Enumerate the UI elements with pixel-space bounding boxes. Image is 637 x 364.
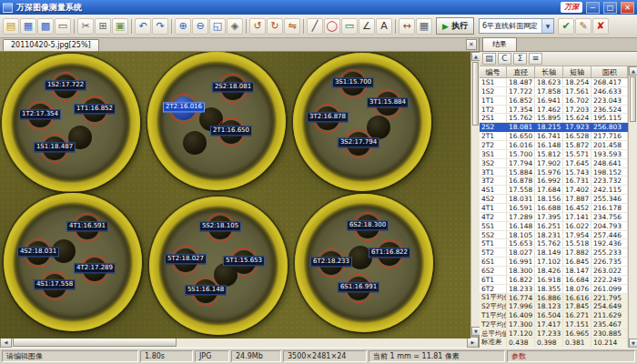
- rect-tool-icon[interactable]: ▭: [341, 18, 358, 35]
- confirm-icon[interactable]: ✔: [558, 18, 574, 35]
- measure-label: 2T1:16.650: [210, 126, 252, 136]
- tab-close-icon[interactable]: ✕: [466, 39, 477, 50]
- table-row[interactable]: 1S118.48718.62318.254268.417: [480, 78, 628, 87]
- table-row[interactable]: 2T216.01616.14815.872201.458: [480, 141, 628, 150]
- table-row[interactable]: 1T217.35417.46217.203236.524: [480, 106, 628, 115]
- rotate-left-icon[interactable]: ↺: [249, 18, 266, 35]
- results-tab[interactable]: 结果: [482, 37, 517, 51]
- angle-tool-icon[interactable]: ∠: [359, 18, 375, 35]
- copy-results-icon[interactable]: C: [498, 53, 511, 65]
- table-row[interactable]: 5T115.65315.76215.518192.436: [480, 239, 628, 248]
- open-image-icon[interactable]: ▤: [3, 18, 19, 35]
- save-icon[interactable]: ▦: [20, 18, 36, 35]
- redo-icon[interactable]: ↷: [152, 18, 168, 35]
- list-icon[interactable]: ≡: [529, 53, 542, 65]
- scroll-thumb[interactable]: [13, 338, 177, 347]
- value-cell: 17.722: [507, 87, 535, 96]
- cut-icon[interactable]: ✂: [77, 18, 94, 35]
- print-icon[interactable]: ▭: [55, 18, 71, 35]
- minimize-button[interactable]: ─: [586, 2, 600, 14]
- table-row[interactable]: 1S217.72217.85817.561246.633: [480, 87, 628, 96]
- scroll-track[interactable]: [629, 123, 637, 339]
- scroll-track[interactable]: [471, 126, 480, 327]
- table-row[interactable]: 6T218.23318.35518.076261.099: [480, 285, 628, 294]
- edit-icon[interactable]: ✎: [575, 18, 592, 35]
- table-row[interactable]: 6T116.82216.91816.684222.249: [480, 276, 628, 285]
- column-header[interactable]: 面积: [592, 66, 628, 78]
- value-cell: 16.684: [563, 276, 592, 285]
- table-row[interactable]: 4S218.03118.15617.887255.346: [480, 195, 628, 204]
- scroll-thumb[interactable]: [472, 62, 479, 126]
- table-row[interactable]: 3T216.87816.99216.731223.732: [480, 177, 628, 186]
- table-row[interactable]: 4T116.59116.68816.452216.178: [480, 204, 628, 213]
- document-tab[interactable]: 20110420-5.jpg[25%]: [3, 39, 99, 51]
- table-row[interactable]: 2S218.08118.21517.923256.803: [480, 123, 628, 132]
- table-row[interactable]: S1平均值16.77416.88616.616221.795: [480, 294, 628, 303]
- table-row[interactable]: 5T218.02718.14917.882255.233: [480, 248, 628, 258]
- execute-button[interactable]: ▶ 执行: [436, 17, 474, 35]
- row-id-cell: 6T1: [480, 276, 507, 285]
- table-row[interactable]: 标准差0.4380.3980.38110.214: [480, 339, 628, 348]
- print-results-icon[interactable]: ▤: [482, 53, 496, 65]
- column-header[interactable]: 长轴: [535, 66, 563, 78]
- canvas-vertical-scrollbar[interactable]: ▲ ▼: [470, 52, 480, 336]
- params-segment[interactable]: 参数: [507, 350, 635, 362]
- value-cell: 16.731: [563, 177, 592, 186]
- calibrate-icon[interactable]: ↔: [399, 18, 415, 35]
- undo-icon[interactable]: ↶: [135, 18, 151, 35]
- measure-mode-select[interactable]: 6平直线斜面网定 ▼: [479, 18, 554, 34]
- pan-icon[interactable]: ◈: [227, 18, 243, 35]
- save-as-icon[interactable]: ▩: [37, 18, 54, 35]
- grid-icon[interactable]: ▦: [416, 18, 432, 35]
- table-row[interactable]: 4S117.55817.68417.402242.115: [480, 186, 628, 195]
- zoom-in-icon[interactable]: ⊕: [175, 18, 191, 35]
- line-tool-icon[interactable]: ╱: [307, 18, 323, 35]
- table-row[interactable]: 3T115.88415.97615.743198.152: [480, 168, 628, 177]
- toolbar-separator: [74, 19, 75, 34]
- delete-icon[interactable]: ✘: [592, 18, 609, 35]
- value-cell: 255.233: [592, 248, 628, 258]
- image-canvas[interactable]: 1S2:17.7221T2:17.3541T1:16.8521S1:18.487…: [0, 52, 470, 339]
- table-row[interactable]: 5S116.14816.25116.022204.793: [480, 222, 628, 231]
- zoom-fit-icon[interactable]: ◱: [209, 18, 226, 35]
- column-header[interactable]: 短轴: [563, 66, 592, 78]
- chevron-down-icon[interactable]: ▼: [541, 19, 553, 33]
- table-row[interactable]: T1平均值16.40916.50416.271211.629: [480, 311, 628, 320]
- table-row[interactable]: 总平均值17.12017.23316.965230.885: [480, 329, 628, 339]
- column-header[interactable]: 编号: [480, 66, 507, 78]
- table-row[interactable]: 6S218.30018.42618.147263.022: [480, 267, 628, 276]
- table-row[interactable]: 2T116.65016.74116.528217.716: [480, 132, 628, 141]
- value-cell: 17.558: [507, 186, 535, 195]
- row-id-cell: 4T2: [480, 213, 507, 222]
- table-row[interactable]: 3S217.79417.90217.645248.641: [480, 159, 628, 168]
- flip-icon[interactable]: ⇋: [284, 18, 300, 35]
- scroll-down-icon[interactable]: ▼: [629, 339, 637, 348]
- table-row[interactable]: 5S218.10518.23117.954257.446: [480, 231, 628, 240]
- row-id-cell: 4S1: [480, 186, 507, 195]
- table-row[interactable]: 2S115.76215.89515.624195.115: [480, 114, 628, 123]
- value-cell: 17.395: [535, 213, 563, 222]
- toolbar-separator: [246, 19, 247, 34]
- maximize-button[interactable]: □: [603, 2, 617, 14]
- zoom-out-icon[interactable]: ⊖: [192, 18, 208, 35]
- row-id-cell: 1T1: [480, 96, 507, 106]
- table-row[interactable]: S2平均值17.99618.12317.845254.649: [480, 302, 628, 311]
- text-tool-icon[interactable]: A: [376, 18, 392, 35]
- table-vertical-scrollbar[interactable]: ▲ ▼: [628, 66, 637, 348]
- table-row[interactable]: 3S115.70015.81215.571193.593: [480, 150, 628, 159]
- scroll-up-icon[interactable]: ▲: [629, 66, 637, 76]
- copy-icon[interactable]: ⊞: [95, 18, 111, 35]
- table-row[interactable]: 6S116.99117.10216.845226.735: [480, 258, 628, 267]
- table-row[interactable]: T2平均值17.30017.41717.151235.467: [480, 320, 628, 329]
- paste-icon[interactable]: ▣: [112, 18, 128, 35]
- circle-tool-icon[interactable]: ◯: [324, 18, 340, 35]
- column-header[interactable]: 直径: [507, 66, 535, 78]
- table-row[interactable]: 4T217.28917.39517.141234.756: [480, 213, 628, 222]
- row-id-cell: 2T2: [480, 141, 507, 150]
- sum-icon[interactable]: Σ: [513, 53, 527, 65]
- rotate-right-icon[interactable]: ↻: [267, 18, 283, 35]
- close-button[interactable]: ✕: [621, 2, 634, 14]
- table-row[interactable]: 1T116.85216.94116.702223.043: [480, 96, 628, 106]
- app-window: 万深图像测量系统 万深 ─ □ ✕ ▤▦▩▭✂⊞▣↶↷⊕⊖◱◈↺↻⇋╱◯▭∠A↔…: [0, 0, 637, 364]
- scroll-thumb[interactable]: [630, 76, 636, 122]
